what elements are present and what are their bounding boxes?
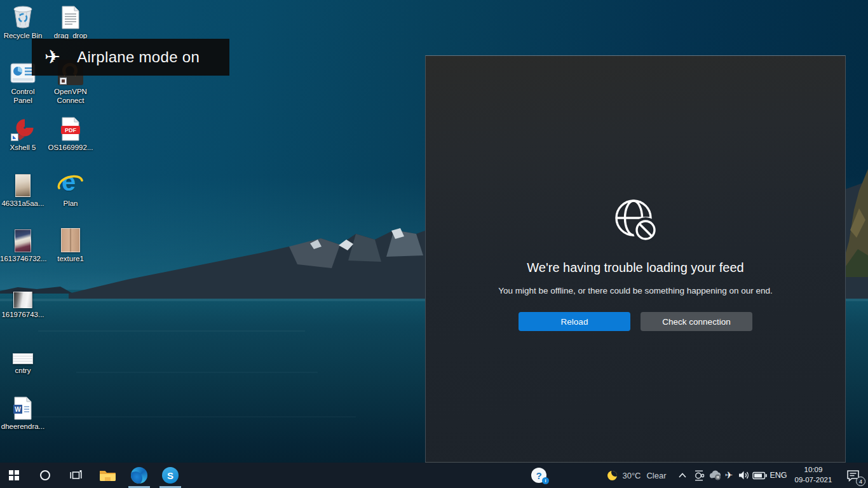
cortana-icon bbox=[40, 470, 50, 480]
icon-label: texture1 bbox=[48, 254, 93, 263]
icon-label: OS1669992... bbox=[48, 143, 93, 152]
language-indicator[interactable]: ENG bbox=[768, 463, 789, 488]
task-view-icon bbox=[70, 470, 82, 480]
volume-button[interactable] bbox=[735, 463, 752, 488]
photo-thumbnail bbox=[0, 226, 46, 252]
icon-label: OpenVPN Connect bbox=[51, 87, 90, 105]
icon-label: Control Panel bbox=[3, 87, 43, 105]
clock[interactable]: 10:09 09-07-2021 bbox=[789, 463, 837, 488]
icon-label: Plan bbox=[48, 199, 93, 208]
desktop-icon-drag-drop[interactable]: drag_drop bbox=[48, 3, 93, 40]
notification-count-badge: 4 bbox=[856, 477, 865, 486]
onedrive-paused-button[interactable] bbox=[707, 463, 723, 488]
desktop-icon-texture1[interactable]: texture1 bbox=[48, 226, 93, 263]
shortcut-arrow-overlay bbox=[60, 78, 67, 85]
desktop-icon-image-1613[interactable]: 1613746732... bbox=[0, 226, 46, 263]
word-document-icon: W bbox=[0, 393, 46, 420]
meet-now-camera-icon bbox=[693, 470, 705, 481]
airplane-icon: ✈ bbox=[44, 48, 60, 67]
chevron-up-icon bbox=[679, 473, 686, 478]
photo-thumbnail bbox=[48, 226, 93, 252]
airplane-mode-tray-button[interactable]: ✈ bbox=[722, 463, 736, 488]
clock-date: 09-07-2021 bbox=[795, 475, 832, 485]
windows-logo-icon bbox=[9, 470, 19, 480]
get-help-button[interactable]: ? i bbox=[525, 463, 553, 488]
desktop-icon-image-46331[interactable]: 46331a5aa... bbox=[0, 170, 46, 208]
airplane-mode-notification: ✈ Airplane mode on bbox=[32, 39, 229, 76]
icon-label: Xshell 5 bbox=[0, 143, 46, 152]
desktop-icon-word-document[interactable]: W dheerendra... bbox=[0, 393, 46, 431]
desktop-icon-image-1619[interactable]: 161976743... bbox=[0, 281, 46, 319]
spreadsheet-thumbnail bbox=[0, 337, 46, 364]
check-connection-button[interactable]: Check connection bbox=[641, 312, 752, 331]
desktop-icon-plan[interactable]: e Plan bbox=[48, 170, 93, 208]
icon-label: cntry bbox=[0, 366, 46, 375]
pdf-icon: PDF bbox=[48, 114, 93, 141]
icon-label: 1613746732... bbox=[0, 254, 46, 263]
news-feed-panel: We're having trouble loading your feed Y… bbox=[425, 55, 846, 463]
photo-thumbnail bbox=[0, 170, 46, 197]
task-view-button[interactable] bbox=[61, 463, 90, 488]
meet-now-button[interactable] bbox=[691, 463, 707, 488]
icon-label: 161976743... bbox=[0, 310, 46, 319]
taskbar: S ? i 30°CClear bbox=[0, 463, 868, 488]
file-explorer-icon bbox=[99, 469, 116, 482]
skype-icon: S bbox=[162, 467, 179, 484]
desktop-icon-recycle-bin[interactable]: Recycle Bin bbox=[0, 3, 46, 40]
weather-temperature: 30°C bbox=[622, 471, 641, 480]
edge-icon bbox=[131, 467, 147, 484]
speaker-icon bbox=[738, 470, 750, 480]
icon-label: 46331a5aa... bbox=[0, 199, 46, 208]
edge-button[interactable] bbox=[125, 463, 154, 488]
clock-time: 10:09 bbox=[795, 465, 832, 475]
text-document-icon bbox=[48, 3, 93, 29]
desktop-icon-cntry[interactable]: cntry bbox=[0, 337, 46, 375]
cortana-button[interactable] bbox=[31, 463, 60, 488]
recycle-bin-icon bbox=[0, 3, 46, 29]
photo-thumbnail bbox=[0, 281, 46, 308]
desktop-icon-pdf-document[interactable]: PDF OS1669992... bbox=[48, 114, 93, 152]
svg-text:W: W bbox=[15, 406, 21, 413]
svg-text:PDF: PDF bbox=[65, 127, 77, 133]
onedrive-cloud-icon bbox=[708, 470, 722, 480]
xshell-icon bbox=[0, 114, 46, 141]
action-center-button[interactable]: 4 bbox=[837, 463, 868, 488]
battery-icon bbox=[752, 471, 767, 480]
help-info-badge: i bbox=[542, 477, 549, 484]
airplane-mode-text: Airplane mode on bbox=[77, 48, 200, 66]
reload-button[interactable]: Reload bbox=[519, 312, 630, 331]
desktop-icon-xshell-5[interactable]: Xshell 5 bbox=[0, 114, 46, 152]
show-hidden-icons-button[interactable] bbox=[675, 463, 690, 488]
skype-button[interactable]: S bbox=[156, 463, 185, 488]
windows-desktop: { "notification_banner": { "text": "Airp… bbox=[0, 0, 868, 488]
airplane-icon: ✈ bbox=[725, 470, 733, 481]
weather-widget[interactable]: 30°CClear bbox=[600, 463, 674, 488]
feed-error-title: We're having trouble loading your feed bbox=[426, 261, 845, 275]
weather-condition: Clear bbox=[646, 471, 666, 480]
feed-error-subtitle: You might be offline, or there could be … bbox=[426, 286, 845, 295]
file-explorer-button[interactable] bbox=[93, 463, 122, 488]
globe-offline-icon bbox=[611, 196, 660, 244]
internet-explorer-icon: e bbox=[48, 170, 93, 197]
moon-icon bbox=[607, 471, 617, 480]
get-help-icon: ? i bbox=[531, 468, 546, 483]
icon-label: dheerendra... bbox=[0, 422, 46, 431]
start-button[interactable] bbox=[0, 463, 28, 488]
battery-button[interactable] bbox=[751, 463, 768, 488]
